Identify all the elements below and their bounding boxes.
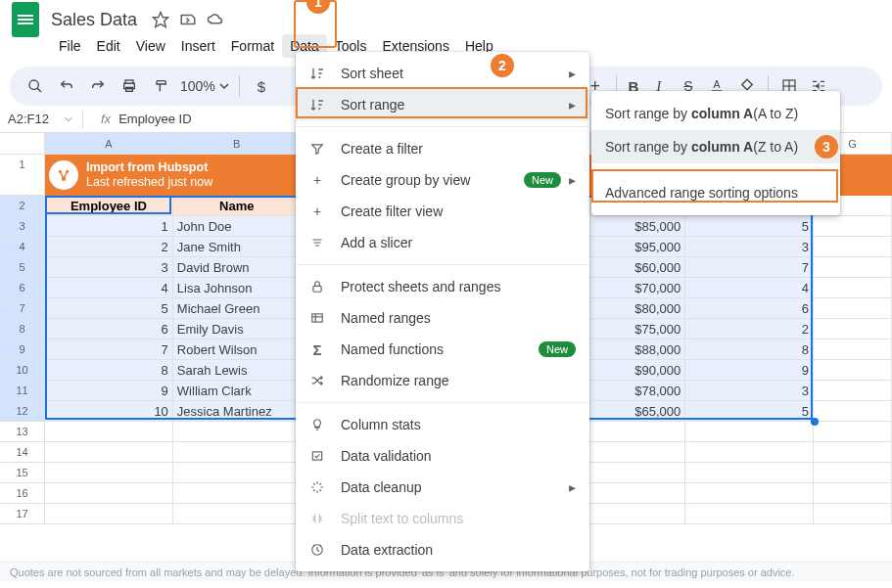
menu-randomize[interactable]: Randomize range (296, 365, 589, 396)
cell[interactable]: 3 (685, 237, 814, 257)
submenu-sort-za[interactable]: Sort range by column A (Z to A) (591, 130, 840, 163)
zoom-select[interactable]: 100% (180, 78, 229, 94)
selection-handle[interactable] (811, 418, 819, 426)
row-header[interactable]: 16 (0, 483, 45, 504)
cell[interactable] (45, 504, 173, 524)
cell[interactable]: 6 (45, 319, 173, 339)
cell[interactable] (814, 483, 892, 504)
search-icon[interactable] (24, 75, 46, 97)
cell[interactable]: 10 (45, 401, 173, 422)
cell[interactable] (45, 463, 173, 483)
cell[interactable] (685, 422, 814, 442)
menu-column-stats[interactable]: Column stats (296, 409, 589, 440)
cell[interactable]: Jane Smith (173, 237, 302, 257)
cell[interactable] (814, 216, 892, 237)
cell[interactable]: Lisa Johnson (173, 278, 302, 298)
cell[interactable] (173, 483, 302, 504)
menu-sort-sheet[interactable]: Sort sheet ▸ (296, 58, 589, 89)
cloud-icon[interactable] (206, 10, 225, 29)
menu-create-filter[interactable]: Create a filter (296, 133, 589, 164)
cell[interactable] (173, 422, 302, 442)
formula-bar[interactable]: Employee ID (118, 112, 191, 126)
row-header[interactable]: 3 (0, 216, 45, 237)
submenu-sort-az[interactable]: Sort range by column A (A to Z) (591, 97, 840, 130)
cell[interactable] (685, 463, 814, 483)
cell[interactable] (814, 504, 892, 524)
row-header[interactable]: 9 (0, 339, 45, 360)
doc-title[interactable]: Sales Data (51, 10, 137, 30)
cell[interactable]: 2 (45, 237, 173, 257)
cell[interactable] (173, 504, 302, 524)
cell[interactable] (814, 339, 892, 360)
cell[interactable]: 5 (685, 401, 814, 422)
cell[interactable] (814, 257, 892, 278)
menu-file[interactable]: File (51, 34, 89, 58)
cell[interactable]: Name (173, 196, 302, 216)
menu-protect[interactable]: Protect sheets and ranges (296, 271, 589, 302)
cell[interactable] (814, 278, 892, 298)
star-icon[interactable] (151, 10, 170, 29)
redo-icon[interactable] (87, 75, 109, 97)
row-header[interactable]: 10 (0, 360, 45, 381)
row-header[interactable]: 8 (0, 319, 45, 339)
cell[interactable] (814, 381, 892, 401)
menu-format[interactable]: Format (223, 34, 282, 58)
cell[interactable]: David Brown (173, 257, 302, 278)
cell[interactable]: 9 (685, 360, 814, 381)
row-header[interactable]: 1 (0, 155, 45, 196)
row-header[interactable]: 13 (0, 422, 45, 442)
cell[interactable]: Jessica Martinez (173, 401, 302, 422)
currency-icon[interactable]: $ (251, 75, 272, 97)
menu-edit[interactable]: Edit (89, 34, 128, 58)
row-header[interactable]: 2 (0, 196, 45, 216)
cell[interactable]: Robert Wilson (173, 339, 302, 360)
cell[interactable] (45, 442, 173, 463)
submenu-advanced-sort[interactable]: Advanced range sorting options (591, 176, 840, 209)
cell[interactable]: 8 (45, 360, 173, 381)
cell[interactable]: 5 (685, 216, 814, 237)
cell[interactable]: 7 (45, 339, 173, 360)
undo-icon[interactable] (56, 75, 77, 97)
row-header[interactable]: 14 (0, 442, 45, 463)
menu-named-functions[interactable]: Σ Named functions New (296, 334, 589, 365)
cell[interactable] (173, 463, 302, 483)
cell[interactable]: 1 (45, 216, 173, 237)
paint-format-icon[interactable] (150, 75, 171, 97)
row-header[interactable]: 7 (0, 298, 45, 319)
cell[interactable]: 3 (45, 257, 173, 278)
print-icon[interactable] (118, 75, 140, 97)
cell[interactable] (814, 360, 892, 381)
row-header[interactable]: 15 (0, 463, 45, 483)
cell[interactable] (45, 483, 173, 504)
cell[interactable]: 9 (45, 381, 173, 401)
cell[interactable] (814, 298, 892, 319)
name-box[interactable]: A2:F12 (8, 112, 78, 126)
col-header-B[interactable]: B (173, 133, 302, 155)
menu-named-ranges[interactable]: Named ranges (296, 302, 589, 334)
row-header[interactable]: 17 (0, 504, 45, 524)
cell[interactable]: 8 (685, 339, 814, 360)
cell[interactable] (814, 463, 892, 483)
cell[interactable]: Michael Green (173, 298, 302, 319)
cell[interactable]: 6 (685, 298, 814, 319)
row-header[interactable]: 12 (0, 401, 45, 422)
cell[interactable]: 3 (685, 381, 814, 401)
row-header[interactable]: 4 (0, 237, 45, 257)
cell[interactable]: Employee ID (45, 196, 173, 216)
menu-data-extraction[interactable]: Data extraction (296, 534, 589, 565)
menu-create-group[interactable]: + Create group by view New ▸ (296, 164, 589, 196)
cell[interactable] (685, 483, 814, 504)
cell[interactable] (814, 442, 892, 463)
cell[interactable]: 2 (685, 319, 814, 339)
col-header-A[interactable]: A (45, 133, 173, 155)
row-header[interactable]: 5 (0, 257, 45, 278)
cell[interactable]: 5 (45, 298, 173, 319)
cell[interactable]: John Doe (173, 216, 302, 237)
menu-create-filter-view[interactable]: + Create filter view (296, 196, 589, 227)
row-header[interactable]: 6 (0, 278, 45, 298)
menu-view[interactable]: View (128, 34, 173, 58)
cell[interactable] (814, 422, 892, 442)
menu-data-cleanup[interactable]: Data cleanup ▸ (296, 472, 589, 503)
cell[interactable] (814, 237, 892, 257)
cell[interactable]: 7 (685, 257, 814, 278)
